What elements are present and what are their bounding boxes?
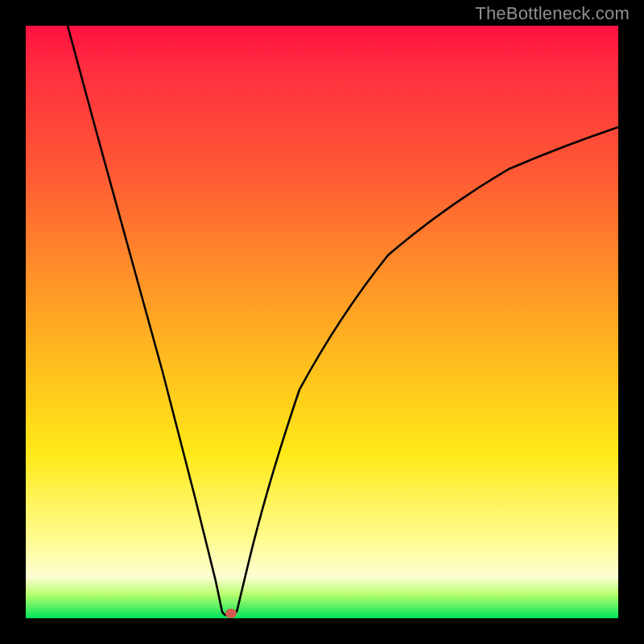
optimum-marker [225, 609, 237, 618]
curve-svg [26, 26, 618, 618]
watermark-text: TheBottleneck.com [475, 3, 630, 24]
bottleneck-curve [68, 26, 618, 615]
chart-frame: TheBottleneck.com [0, 0, 644, 644]
plot-area [26, 26, 618, 618]
